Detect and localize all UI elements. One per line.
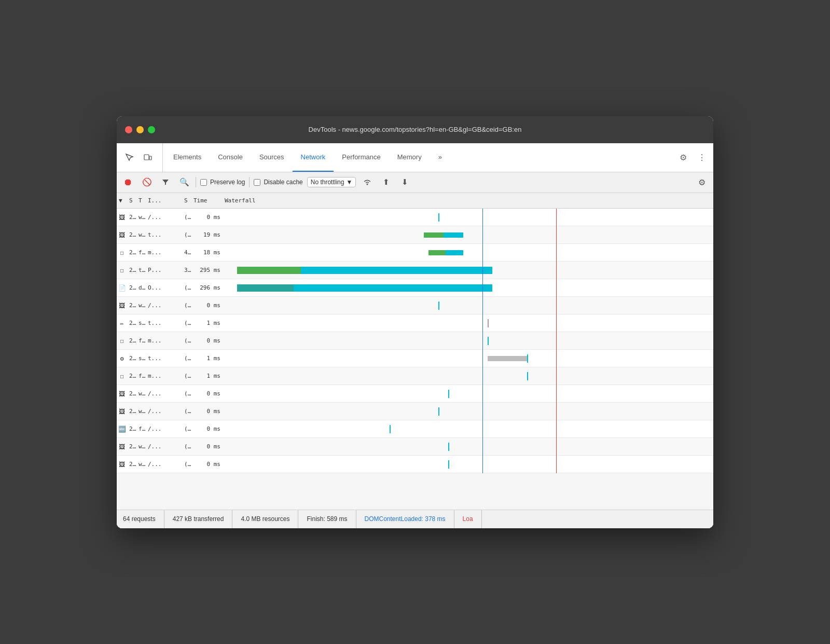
row-waterfall [223,279,713,297]
tab-bar: Elements Console Sources Network Perform… [117,143,713,172]
row-initiator: /... [146,214,182,221]
row-type: w. [136,302,146,309]
col-filter[interactable]: ▼ [117,197,127,204]
table-row[interactable]: ☐ 2. t. P... 3. 295 ms [117,262,713,279]
tab-sources[interactable]: Sources [251,143,293,172]
row-type: t. [136,267,146,273]
divider-1 [196,177,196,187]
download-icon[interactable]: ⬇ [397,175,412,189]
table-row[interactable]: 🔤 2. f. /... (.. 0 ms [117,420,713,438]
devtools-window: DevTools - news.google.com/topstories?hl… [117,116,713,528]
row-time: 0 ms [191,426,223,432]
disable-cache-group[interactable]: Disable cache [254,179,302,186]
preserve-log-group[interactable]: Preserve log [200,179,245,186]
row-type: w. [136,390,146,397]
filter-icon[interactable] [158,175,173,189]
device-toolbar-icon[interactable] [140,149,156,166]
row-time: 295 ms [191,267,223,273]
close-button[interactable] [125,126,132,133]
tab-elements[interactable]: Elements [165,143,210,172]
row-time: 0 ms [191,337,223,344]
table-row[interactable]: 🖼 2. w. /... (.. 0 ms [117,403,713,420]
minimize-button[interactable] [136,126,144,133]
table-row[interactable]: 🖼 2. w. /... (.. 0 ms [117,385,713,403]
clear-button[interactable]: 🚫 [140,175,154,189]
row-status: 2. [127,267,136,273]
row-status: 2. [127,249,136,256]
row-size: (.. [182,231,191,238]
table-body: 🖼 2. w. /... (.. 0 ms 🖼 2. w. t... (.. 1… [117,209,713,510]
table-row[interactable]: 🖼 2. w. /... (.. 0 ms [117,209,713,226]
col-type[interactable]: T [136,197,146,204]
row-status: 2. [127,231,136,238]
throttle-select[interactable]: No throttling ▼ [307,177,356,187]
disable-cache-checkbox[interactable] [254,179,260,186]
tabs: Elements Console Sources Network Perform… [165,143,672,172]
status-bar: 64 requests 427 kB transferred 4.0 MB re… [117,510,713,528]
row-waterfall [223,456,713,473]
row-icon: ☐ [118,372,126,380]
col-waterfall[interactable]: Waterfall [223,197,713,204]
row-icon: 🖼 [118,302,126,310]
table-row[interactable]: ☐ 2. f. m... (.. 0 ms [117,332,713,350]
network-settings-icon[interactable]: ⚙ [695,175,709,189]
status-transferred: 427 kB transferred [164,510,233,528]
table-row[interactable]: ✏ 2. s. t... (.. 1 ms [117,314,713,332]
throttle-dropdown-icon: ▼ [346,179,352,186]
row-time: 0 ms [191,214,223,221]
row-initiator: /... [146,426,182,432]
row-icon: 🔤 [118,425,126,433]
row-size: (.. [182,355,191,362]
search-icon[interactable]: 🔍 [177,175,191,189]
wifi-icon[interactable] [360,175,375,189]
tab-performance[interactable]: Performance [334,143,389,172]
tab-console[interactable]: Console [210,143,251,172]
table-row[interactable]: ☐ 2. f. m... (.. 1 ms [117,367,713,385]
svg-rect-1 [149,156,151,160]
table-row[interactable]: 🖼 2. w. t... (.. 19 ms [117,226,713,244]
table-row[interactable]: ☐ 2. f. m... 4. 18 ms [117,244,713,262]
row-waterfall [223,438,713,456]
row-time: 0 ms [191,443,223,450]
row-time: 19 ms [191,231,223,238]
row-status: 2. [127,461,136,468]
table-row[interactable]: 📄 2. d. O... (.. 296 ms [117,279,713,297]
row-status: 2. [127,320,136,326]
status-load: Loa [454,510,482,528]
row-initiator: m... [146,249,182,256]
row-initiator: /... [146,443,182,450]
tab-more[interactable]: » [430,143,450,172]
row-time: 18 ms [191,249,223,256]
row-initiator: O... [146,284,182,291]
col-size[interactable]: S [182,197,191,204]
row-size: 3. [182,267,191,273]
preserve-log-checkbox[interactable] [200,179,207,186]
row-status: 2. [127,390,136,397]
status-resources: 4.0 MB resources [232,510,298,528]
inspect-element-icon[interactable] [121,149,137,166]
row-initiator: /... [146,302,182,309]
tab-memory[interactable]: Memory [389,143,430,172]
row-waterfall [223,297,713,314]
col-initiator[interactable]: I... [146,197,182,204]
row-waterfall [223,420,713,438]
table-row[interactable]: 🖼 2. w. /... (.. 0 ms [117,438,713,456]
table-row[interactable]: ⚙ 2. s. t... (.. 1 ms [117,350,713,367]
maximize-button[interactable] [148,126,155,133]
tab-network[interactable]: Network [293,143,334,172]
record-button[interactable]: ⏺ [121,175,135,189]
settings-icon[interactable]: ⚙ [676,150,690,165]
row-status: 2. [127,426,136,432]
row-initiator: /... [146,408,182,415]
table-row[interactable]: 🖼 2. w. /... (.. 0 ms [117,297,713,314]
col-time[interactable]: Time [191,197,223,204]
window-title: DevTools - news.google.com/topstories?hl… [309,126,522,133]
row-type: f. [136,337,146,344]
row-waterfall [223,350,713,367]
upload-icon[interactable]: ⬆ [379,175,393,189]
row-size: 4. [182,249,191,256]
row-time: 0 ms [191,390,223,397]
table-row[interactable]: 🖼 2. w. /... (.. 0 ms [117,456,713,473]
col-status[interactable]: S [127,197,136,204]
more-options-icon[interactable]: ⋮ [695,150,709,165]
